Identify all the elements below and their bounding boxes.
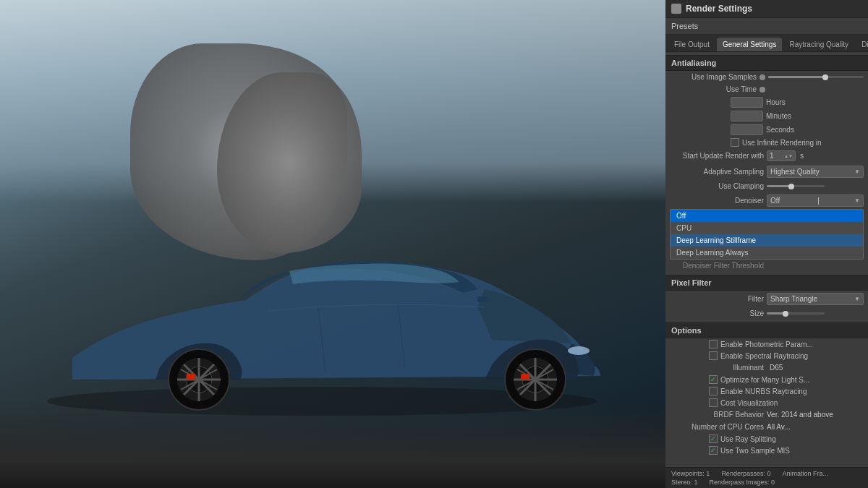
optimize-row: Optimize for Many Light S... bbox=[665, 374, 868, 385]
start-update-render-row: Start Update Render with 1 ▲▼ s bbox=[665, 148, 868, 163]
time-seconds-row: Seconds bbox=[665, 123, 868, 137]
num-cpu-value: All Av... bbox=[767, 423, 790, 431]
brdf-label: BRDF Behavior bbox=[670, 411, 764, 419]
size-row: Size bbox=[665, 307, 868, 320]
cost-visualization-label: Cost Visualization bbox=[720, 399, 778, 407]
use-clamping-row: Use Clamping bbox=[665, 180, 868, 192]
antialiasing-section-header: Antialiasing bbox=[665, 55, 868, 71]
stereo-label: Stereo: 1 bbox=[671, 479, 698, 486]
enable-photometric-label: Enable Photometric Param... bbox=[720, 341, 813, 348]
tab-display-output[interactable]: Display Ou... bbox=[856, 38, 868, 51]
use-image-samples-label: Use Image Samples bbox=[670, 73, 757, 81]
image-samples-slider[interactable] bbox=[768, 76, 864, 78]
enable-spectral-row: Enable Spectral Raytracing bbox=[665, 350, 868, 361]
use-infinite-rendering-row: Use Infinite Rendering in bbox=[665, 137, 868, 148]
enable-nurbs-label: Enable NURBS Raytracing bbox=[720, 388, 807, 395]
denoiser-label: Denoiser bbox=[670, 197, 764, 205]
filter-label: Filter bbox=[670, 295, 764, 303]
spinbox-arrows: ▲▼ bbox=[784, 154, 793, 158]
use-ray-splitting-label: Use Ray Splitting bbox=[720, 435, 776, 443]
clamping-slider[interactable] bbox=[767, 185, 825, 187]
adaptive-sampling-row: Adaptive Sampling Highest Quality ▼ bbox=[665, 163, 868, 180]
denoiser-section: Denoiser Off | ▼ Off CPU Deep Learning S… bbox=[665, 192, 868, 260]
tab-general-settings[interactable]: General Settings bbox=[717, 38, 783, 51]
use-time-row: Use Time bbox=[665, 83, 868, 95]
options-section-header: Options bbox=[665, 322, 868, 338]
illuminant-value: D65 bbox=[770, 364, 783, 372]
infinite-rendering-checkbox[interactable] bbox=[731, 138, 739, 147]
time-minutes-row: Minutes bbox=[665, 109, 868, 123]
denoiser-option-cpu[interactable]: CPU bbox=[671, 222, 863, 234]
viewport-image bbox=[0, 0, 665, 488]
enable-nurbs-checkbox[interactable] bbox=[709, 387, 718, 395]
use-image-samples-row: Use Image Samples bbox=[665, 71, 868, 83]
tab-file-output[interactable]: File Output bbox=[668, 38, 715, 51]
cost-visualization-row: Cost Visualization bbox=[665, 397, 868, 408]
svg-rect-10 bbox=[521, 374, 529, 380]
filter-value: Sharp Triangle bbox=[770, 295, 817, 303]
svg-rect-20 bbox=[187, 374, 195, 380]
use-time-label: Use Time bbox=[670, 85, 757, 93]
tabs-row: File Output General Settings Raytracing … bbox=[665, 35, 868, 52]
infinite-rendering-label: Use Infinite Rendering in bbox=[742, 139, 822, 147]
panel-content: Antialiasing Use Image Samples Use Time … bbox=[665, 52, 868, 467]
use-two-sample-mis-checkbox[interactable] bbox=[709, 446, 718, 455]
denoiser-filter-threshold-label: Denoiser Filter Threshold bbox=[670, 262, 764, 270]
chevron-down-icon: ▼ bbox=[854, 168, 860, 175]
car-silhouette bbox=[14, 155, 629, 430]
svg-point-21 bbox=[568, 346, 590, 355]
use-time-dot bbox=[760, 87, 765, 93]
panel-title: Render Settings bbox=[686, 4, 752, 14]
status-bar: Viewpoints: 1 Renderpasses: 0 Animation … bbox=[665, 467, 868, 488]
render-settings-panel: Render Settings Presets File Output Gene… bbox=[665, 0, 868, 488]
filter-row: Filter Sharp Triangle ▼ bbox=[665, 291, 868, 307]
presets-row: Presets bbox=[665, 18, 868, 35]
render-settings-icon bbox=[671, 4, 681, 14]
presets-label: Presets bbox=[671, 22, 698, 30]
tab-raytracing-quality[interactable]: Raytracing Quality bbox=[783, 38, 854, 51]
size-slider[interactable] bbox=[767, 312, 825, 314]
viewport bbox=[0, 0, 665, 488]
enable-spectral-checkbox[interactable] bbox=[709, 351, 718, 360]
denoiser-dropdown-menu: Off CPU Deep Learning Stillframe Deep Le… bbox=[670, 209, 864, 260]
spinbox-value: 1 bbox=[770, 152, 774, 160]
seconds-label: Seconds bbox=[766, 126, 795, 134]
use-ray-splitting-checkbox[interactable] bbox=[709, 435, 718, 443]
denoiser-option-deeplearning-stillframe[interactable]: Deep Learning Stillframe bbox=[671, 234, 863, 247]
filter-chevron-icon: ▼ bbox=[854, 296, 860, 302]
denoiser-chevron-icon: ▼ bbox=[854, 197, 860, 204]
image-samples-dot bbox=[760, 74, 765, 80]
enable-spectral-label: Enable Spectral Raytracing bbox=[720, 352, 808, 360]
start-update-render-label: Start Update Render with bbox=[670, 152, 764, 160]
denoiser-option-deeplearning-always[interactable]: Deep Learning Always bbox=[671, 247, 863, 259]
status-row-1: Viewpoints: 1 Renderpasses: 0 Animation … bbox=[671, 470, 862, 477]
svg-rect-22 bbox=[477, 296, 488, 302]
num-cpu-row: Number of CPU Cores All Av... bbox=[665, 421, 868, 433]
illuminant-row: Illuminant D65 bbox=[665, 361, 868, 374]
minutes-label: Minutes bbox=[766, 112, 795, 120]
seconds-input[interactable] bbox=[731, 124, 763, 135]
use-clamping-label: Use Clamping bbox=[670, 182, 764, 190]
denoiser-value: Off bbox=[770, 197, 780, 205]
adaptive-sampling-label: Adaptive Sampling bbox=[670, 168, 764, 176]
pixel-filter-section-header: Pixel Filter bbox=[665, 275, 868, 291]
optimize-checkbox[interactable] bbox=[709, 375, 718, 384]
cursor-after-denoiser: | bbox=[817, 197, 820, 205]
denoiser-filter-threshold-row: Denoiser Filter Threshold bbox=[665, 260, 868, 272]
filter-dropdown[interactable]: Sharp Triangle ▼ bbox=[767, 293, 864, 305]
adaptive-sampling-value: Highest Quality bbox=[770, 168, 820, 176]
start-update-suffix: s bbox=[800, 152, 804, 160]
enable-photometric-checkbox[interactable] bbox=[709, 340, 718, 348]
hours-input[interactable] bbox=[731, 97, 763, 108]
denoiser-option-off[interactable]: Off bbox=[671, 210, 863, 222]
minutes-input[interactable] bbox=[731, 111, 763, 121]
adaptive-sampling-dropdown[interactable]: Highest Quality ▼ bbox=[767, 166, 864, 178]
renderpasses-label: Renderpasses: 0 bbox=[721, 470, 770, 477]
denoiser-dropdown[interactable]: Off | ▼ bbox=[767, 194, 864, 207]
start-update-render-spinbox[interactable]: 1 ▲▼ bbox=[767, 150, 796, 161]
use-two-sample-mis-row: Use Two Sample MIS bbox=[665, 445, 868, 456]
use-ray-splitting-row: Use Ray Splitting bbox=[665, 433, 868, 445]
cost-visualization-checkbox[interactable] bbox=[709, 398, 718, 407]
optimize-label: Optimize for Many Light S... bbox=[720, 376, 809, 384]
animation-frames-label: Animation Fra... bbox=[782, 470, 828, 477]
